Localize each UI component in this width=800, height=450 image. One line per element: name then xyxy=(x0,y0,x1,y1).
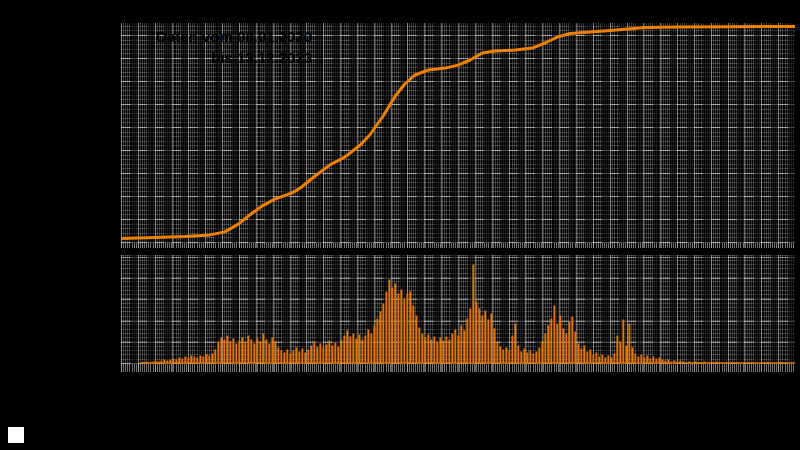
daily-bar xyxy=(343,336,345,364)
daily-bar xyxy=(358,335,360,364)
daily-bar xyxy=(661,360,663,364)
daily-bar xyxy=(523,349,525,364)
daily-bar xyxy=(403,299,405,364)
daily-bar xyxy=(223,340,225,364)
daily-bar xyxy=(496,342,498,364)
daily-bar xyxy=(460,326,462,364)
daily-bar xyxy=(187,358,189,364)
daily-bar xyxy=(442,341,444,364)
daily-bar xyxy=(652,357,654,364)
daily-bar xyxy=(286,350,288,364)
daily-bar xyxy=(478,309,480,364)
daily-bar xyxy=(424,338,426,364)
annotation-date-to: bis 13.12.2023 xyxy=(146,47,312,68)
daily-bar xyxy=(553,306,555,364)
daily-bar xyxy=(211,354,213,364)
daily-bar xyxy=(499,347,501,364)
daily-bar xyxy=(397,294,399,364)
daily-bar xyxy=(277,348,279,364)
daily-bar xyxy=(628,324,630,364)
daily-bar xyxy=(307,350,309,364)
daily-bar xyxy=(604,358,606,364)
daily-bar xyxy=(625,346,627,364)
daily-bar xyxy=(619,342,621,364)
daily-bar xyxy=(361,340,363,364)
daily-bar xyxy=(259,342,261,364)
daily-bar xyxy=(220,338,222,364)
daily-bar xyxy=(283,353,285,364)
daily-bar xyxy=(538,348,540,364)
daily-bar xyxy=(280,351,282,364)
daily-bar xyxy=(388,280,390,364)
daily-bar xyxy=(247,336,249,364)
daily-bar xyxy=(643,358,645,364)
daily-bar xyxy=(253,344,255,364)
daily-bar xyxy=(322,348,324,364)
daily-bar xyxy=(268,344,270,364)
daily-bar xyxy=(271,338,273,364)
daily-bar xyxy=(193,357,195,364)
daily-bar xyxy=(184,357,186,364)
daily-bar xyxy=(637,357,639,364)
daily-bar xyxy=(364,336,366,364)
daily-bar xyxy=(412,306,414,364)
daily-bar xyxy=(595,353,597,364)
daily-bar xyxy=(517,346,519,364)
daily-bar xyxy=(196,358,198,364)
daily-bar xyxy=(550,319,552,364)
daily-bar xyxy=(658,358,660,364)
daily-bar xyxy=(178,358,180,364)
daily-bar xyxy=(580,349,582,364)
daily-panel xyxy=(121,255,795,364)
daily-bar xyxy=(175,360,177,364)
daily-bar xyxy=(484,311,486,364)
daily-bar xyxy=(421,334,423,364)
daily-bar xyxy=(598,357,600,364)
daily-bar xyxy=(334,343,336,364)
daily-bar xyxy=(382,304,384,364)
daily-bar xyxy=(172,359,174,364)
daily-bar xyxy=(613,354,615,364)
daily-bar xyxy=(304,353,306,364)
daily-bar xyxy=(634,354,636,364)
daily-bar xyxy=(430,340,432,364)
daily-bars-svg xyxy=(121,255,795,364)
daily-bar xyxy=(502,350,504,364)
daily-bar xyxy=(508,351,510,364)
daily-bar xyxy=(562,329,564,364)
daily-bar xyxy=(439,338,441,364)
daily-bar xyxy=(433,337,435,364)
daily-bar xyxy=(400,290,402,364)
daily-bar xyxy=(214,350,216,364)
daily-bar xyxy=(337,347,339,364)
daily-bar xyxy=(610,358,612,364)
daily-bar xyxy=(568,322,570,364)
daily-bar xyxy=(490,314,492,364)
daily-bar xyxy=(541,342,543,364)
daily-bar xyxy=(532,354,534,364)
daily-bar xyxy=(445,337,447,364)
daily-bar xyxy=(655,359,657,364)
daily-bar xyxy=(448,340,450,364)
daily-bar xyxy=(577,344,579,364)
daily-bar xyxy=(535,352,537,364)
daily-bar xyxy=(328,341,330,364)
daily-bar xyxy=(391,288,393,364)
daily-bar xyxy=(190,356,192,364)
daily-bar xyxy=(238,341,240,364)
daily-bar xyxy=(556,324,558,364)
daily-bar xyxy=(241,338,243,364)
daily-bar xyxy=(649,359,651,364)
daily-bar xyxy=(529,351,531,364)
daily-bar xyxy=(298,352,300,364)
daily-bar xyxy=(370,334,372,364)
daily-bar xyxy=(301,349,303,364)
daily-bar xyxy=(385,292,387,364)
daily-bar xyxy=(565,334,567,364)
daily-bar xyxy=(514,324,516,364)
daily-bar xyxy=(199,356,201,364)
daily-bar xyxy=(406,294,408,364)
daily-bar xyxy=(475,302,477,364)
daily-bar xyxy=(202,357,204,364)
daily-bar xyxy=(331,346,333,364)
